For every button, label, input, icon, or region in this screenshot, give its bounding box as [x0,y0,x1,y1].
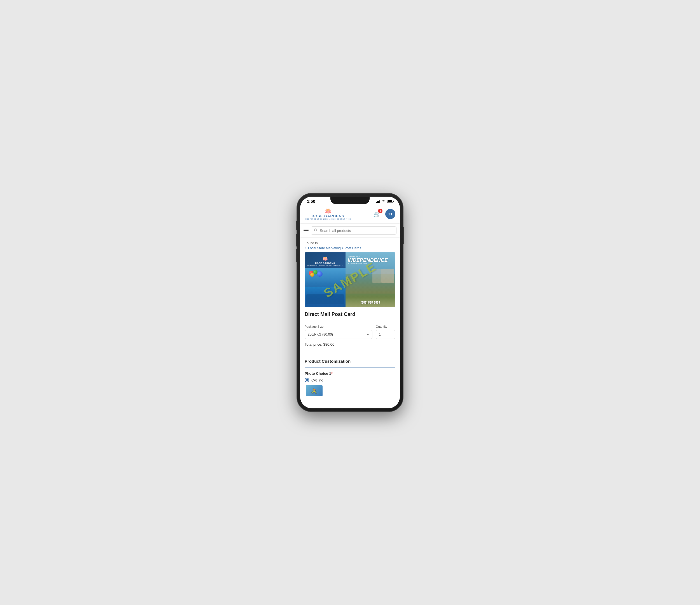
product-image-right: Exercise your INDEPENDENCE in a communit… [346,252,395,307]
phone-number-display: (555) 555-5555 [346,301,395,304]
user-avatar[interactable]: TT [385,209,395,219]
photo-choice-label: Photo Choice 1* [305,371,395,376]
pool-scene [305,268,346,307]
required-star: * [331,371,333,376]
volume-up-button [296,234,297,246]
customization-title: Product Customization [305,356,395,367]
package-size-label: Package Size [305,325,372,328]
cart-badge: 0 [378,209,382,213]
product-image: 🪷 ROSE GARDENS INDEPENDENT SENIOR LIVING… [305,252,395,307]
cycling-radio-label: Cycling [311,378,323,382]
breadcrumb-found-label: Found in: [305,241,395,245]
app-content[interactable]: 🪷 ROSE GARDENS INDEPENDENT SENIOR LIVING… [300,205,400,404]
search-icon [314,228,318,233]
brand-name: ROSE GARDENS [311,214,344,218]
phone-container: 1:50 [297,193,403,412]
search-input-area[interactable] [311,226,397,235]
product-image-text: Exercise your INDEPENDENCE in a communit… [348,256,388,264]
cycling-radio-option[interactable]: Cycling [305,378,395,382]
product-brand-name: ROSE GARDENS [307,262,343,265]
hamburger-line [303,232,308,232]
volume-down-button [296,249,297,262]
cycling-thumbnail [306,385,323,396]
phone-notch [330,197,370,204]
product-info: Direct Mail Post Card Package Size 250/P… [300,312,400,356]
product-image-left: 🪷 ROSE GARDENS INDEPENDENT SENIOR LIVING… [305,252,346,307]
community-label: in a community that cares [348,263,388,264]
battery-icon [387,200,393,203]
status-icons [376,199,393,203]
total-price: Total price: $80.00 [305,342,395,346]
quantity-group: Quantity [376,325,395,339]
product-image-logo: 🪷 ROSE GARDENS INDEPENDENT SENIOR LIVING… [305,252,345,268]
product-brand-sub: INDEPENDENT SENIOR LIVING COMMUNITIES [307,265,343,266]
brand-sub: INDEPENDENT SENIOR LIVING COMMUNITIES [305,218,351,220]
app-header: 🪷 ROSE GARDENS INDEPENDENT SENIOR LIVING… [300,205,400,223]
wifi-icon [382,199,385,203]
search-bar [300,223,400,238]
svg-point-0 [383,202,384,202]
phone-shell: 1:50 [297,193,403,412]
svg-point-1 [315,229,317,232]
product-title: Direct Mail Post Card [305,312,395,321]
pool-people [305,280,346,307]
status-time: 1:50 [307,199,315,203]
header-right: 🛒 0 TT [373,209,395,219]
hamburger-menu-button[interactable] [303,229,308,232]
package-size-select[interactable]: 250/PKG (80.00) 500/PKG (150.00) 1000/PK… [305,330,372,339]
mute-button [296,221,297,230]
cycling-radio-button[interactable] [305,378,309,382]
phone-screen: 1:50 [300,197,400,408]
independence-label: INDEPENDENCE [348,258,388,263]
package-size-group: Package Size 250/PKG (80.00) 500/PKG (15… [305,325,372,339]
hamburger-line [303,230,308,231]
product-logo-lotus: 🪷 [307,256,343,262]
hamburger-line [303,229,308,229]
package-quantity-row: Package Size 250/PKG (80.00) 500/PKG (15… [305,325,395,339]
customization-section: Product Customization Photo Choice 1* Cy… [305,356,395,396]
quantity-input[interactable] [376,330,395,339]
signal-icon [376,200,380,203]
breadcrumb-section: Found in: Local Store Marketing > Post C… [300,238,400,252]
power-button [403,227,404,244]
breadcrumb-link[interactable]: Local Store Marketing > Post Cards [305,246,395,250]
search-input[interactable] [320,228,393,233]
logo-area: 🪷 ROSE GARDENS INDEPENDENT SENIOR LIVING… [305,208,351,220]
lotus-icon: 🪷 [324,208,332,214]
cart-button[interactable]: 🛒 0 [373,210,381,218]
quantity-label: Quantity [376,325,395,328]
